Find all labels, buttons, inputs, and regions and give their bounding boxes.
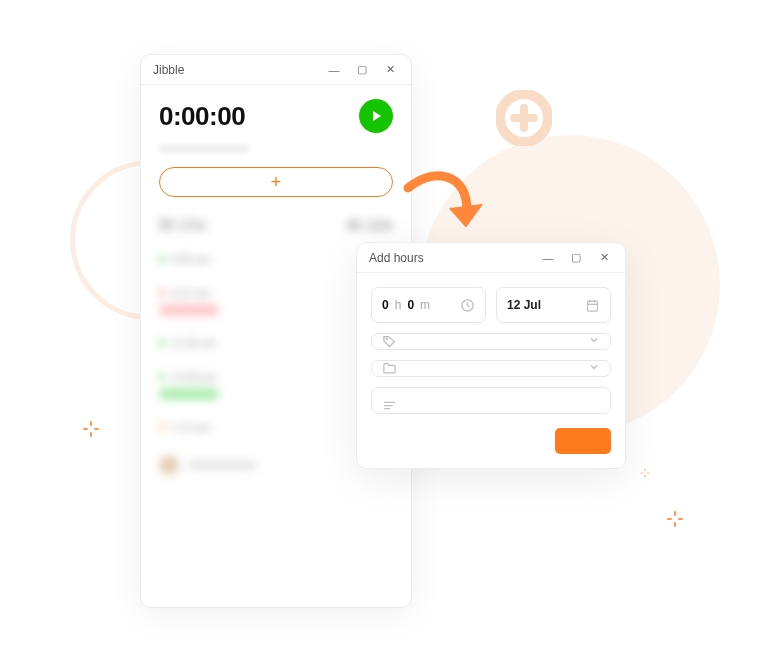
tag-icon	[382, 334, 397, 349]
dialog-titlebar: Add hours — ▢ ✕	[357, 243, 625, 273]
play-icon	[369, 109, 383, 123]
chevron-down-icon	[588, 361, 600, 376]
svg-point-20	[386, 338, 387, 339]
sparkle-icon	[666, 510, 684, 528]
date-value: 12 Jul	[507, 298, 541, 312]
window-controls: — ▢ ✕	[537, 248, 615, 268]
add-hours-button[interactable]: +	[159, 167, 393, 197]
close-button[interactable]: ✕	[593, 248, 615, 268]
folder-icon	[382, 361, 397, 376]
svg-rect-16	[588, 301, 598, 311]
notes-icon	[382, 398, 397, 413]
timer-display: 0:00:00	[159, 101, 245, 132]
close-button[interactable]: ✕	[379, 60, 401, 80]
avatar	[159, 455, 179, 475]
minimize-button[interactable]: —	[537, 248, 559, 268]
window-controls: — ▢ ✕	[323, 60, 401, 80]
timer-row: 0:00:00	[141, 85, 411, 139]
subtext-placeholder	[159, 145, 249, 153]
calendar-icon	[585, 298, 600, 313]
project-select[interactable]	[371, 360, 611, 377]
summary-right: 4h 12m	[346, 217, 393, 233]
svg-rect-2	[510, 114, 538, 122]
maximize-button[interactable]: ▢	[565, 248, 587, 268]
confirm-button[interactable]	[555, 428, 611, 454]
add-hours-dialog: Add hours — ▢ ✕ 0 h 0 m 12 Jul	[356, 242, 626, 469]
chevron-down-icon	[588, 334, 600, 349]
sparkle-icon	[82, 420, 100, 438]
minimize-button[interactable]: —	[323, 60, 345, 80]
app-title: Jibble	[153, 63, 184, 77]
activity-select[interactable]	[371, 333, 611, 350]
maximize-button[interactable]: ▢	[351, 60, 373, 80]
plus-icon: +	[271, 173, 282, 191]
summary-left: 5h 17m	[159, 217, 206, 233]
bg-plus-icon	[496, 90, 552, 146]
clock-icon	[460, 298, 475, 313]
duration-field[interactable]: 0 h 0 m	[371, 287, 486, 323]
date-field[interactable]: 12 Jul	[496, 287, 611, 323]
play-button[interactable]	[359, 99, 393, 133]
arrow-icon	[400, 160, 490, 254]
sparkle-icon	[640, 468, 650, 478]
notes-field[interactable]	[371, 387, 611, 414]
titlebar: Jibble — ▢ ✕	[141, 55, 411, 85]
